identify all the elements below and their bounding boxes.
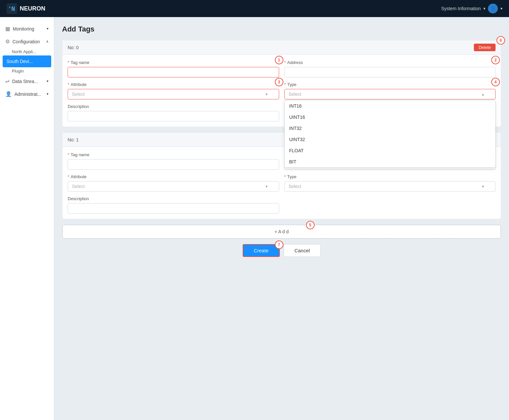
chevron-down-icon: ▾ xyxy=(482,184,484,189)
card1-type-label: *Type xyxy=(284,174,496,179)
system-info-label: System Information xyxy=(441,6,481,11)
card1-attribute-placeholder: Select xyxy=(72,184,85,189)
card0-tagname-label: *Tag name xyxy=(68,60,279,65)
card0-type-select[interactable]: Select ▴ xyxy=(284,89,496,99)
badge-2: 2 xyxy=(491,56,500,64)
card0-address-group: 2 *Address xyxy=(284,60,496,77)
user-chevron-icon: ▾ xyxy=(500,6,502,11)
chevron-down-icon: ▾ xyxy=(47,92,49,96)
badge-6: 6 xyxy=(497,36,505,45)
sidebar-label-administrat: Administrat... xyxy=(14,92,41,97)
sidebar-item-configuration[interactable]: ⚙ Configuration ∧ xyxy=(0,35,54,48)
card1-attribute-group: *Attribute Select ▾ xyxy=(68,174,279,192)
card1-attribute-label: *Attribute xyxy=(68,174,279,179)
chevron-down-icon: ▾ xyxy=(47,79,49,83)
card1-attribute-select-wrapper: Select ▾ xyxy=(68,181,279,192)
card1-description-label: Description xyxy=(68,196,279,201)
create-button[interactable]: 7 Create xyxy=(243,244,280,257)
create-button-label: Create xyxy=(254,248,269,253)
card1-type-group: *Type Select ▾ xyxy=(284,174,496,192)
neuron-logo-icon: 'N xyxy=(7,3,17,14)
card0-address-label: *Address xyxy=(284,60,496,65)
chevron-up-icon: ▴ xyxy=(482,92,484,96)
type-option-uint32[interactable]: UINT32 xyxy=(285,134,496,145)
badge-3: 3 xyxy=(275,78,283,86)
card1-description-group: Description xyxy=(68,196,279,214)
tag-card-0: 6 No: 0 Delete 1 *Tag name xyxy=(62,40,501,127)
card1-tagname-input[interactable] xyxy=(68,159,279,170)
chevron-down-icon: ▾ xyxy=(47,27,49,31)
card0-attribute-label: *Attribute xyxy=(68,82,279,87)
type-dropdown: INT16 UINT16 INT32 UINT32 FLOAT BIT xyxy=(284,100,496,168)
actions-bar: 7 Create Cancel xyxy=(62,244,501,257)
user-avatar[interactable]: 👤 xyxy=(488,4,498,13)
card0-row2: 3 *Attribute Select ▾ xyxy=(68,82,496,99)
brand: 'N NEURON xyxy=(7,3,45,14)
card0-description-group: Description xyxy=(68,104,279,121)
page-title: Add Tags xyxy=(62,25,501,33)
chevron-down-icon: ▾ xyxy=(266,92,268,96)
card1-no-label: No: 1 xyxy=(68,137,78,142)
monitor-icon: ▦ xyxy=(5,26,10,32)
badge-4: 4 xyxy=(491,78,500,86)
card0-description-label: Description xyxy=(68,104,279,109)
card0-no-label: No: 0 xyxy=(68,45,78,50)
navbar-right[interactable]: System Information ▾ 👤 ▾ xyxy=(441,4,502,13)
add-bar: 5 + A d d xyxy=(62,224,501,239)
card0-body: 1 *Tag name 2 *Address xyxy=(62,55,501,127)
card0-attribute-select-wrapper: Select ▾ xyxy=(68,89,279,99)
card0-type-placeholder: Select xyxy=(289,92,301,97)
badge-7: 7 xyxy=(275,241,283,249)
chevron-down-icon: ▾ xyxy=(266,184,268,189)
sidebar-item-plugin[interactable]: Plugin xyxy=(0,67,54,75)
card0-type-label: *Type xyxy=(284,82,496,87)
add-button[interactable]: 5 + A d d xyxy=(62,225,501,239)
type-option-int32[interactable]: INT32 xyxy=(285,123,496,134)
type-option-int16[interactable]: INT16 xyxy=(285,100,496,112)
layout: ▦ Monitoring ▾ ⚙ Configuration ∧ North A… xyxy=(0,0,509,420)
sidebar-item-monitoring[interactable]: ▦ Monitoring ▾ xyxy=(0,22,54,35)
cancel-button[interactable]: Cancel xyxy=(284,244,321,257)
sidebar: ▦ Monitoring ▾ ⚙ Configuration ∧ North A… xyxy=(0,17,54,420)
card0-attribute-placeholder: Select xyxy=(72,92,85,97)
card0-attribute-group: 3 *Attribute Select ▾ xyxy=(68,82,279,99)
type-option-uint16[interactable]: UINT16 xyxy=(285,112,496,123)
sidebar-item-south-devi[interactable]: South Devi... xyxy=(3,55,51,67)
config-icon: ⚙ xyxy=(5,38,10,45)
navbar: 'N NEURON System Information ▾ 👤 ▾ xyxy=(0,0,509,17)
main-content: Add Tags 6 No: 0 Delete 1 *Tag name xyxy=(54,17,509,420)
sidebar-label-north-appli: North Appli... xyxy=(12,49,36,54)
card1-tagname-label: *Tag name xyxy=(68,152,279,157)
card0-attribute-select[interactable]: Select ▾ xyxy=(68,89,279,99)
card0-description-input[interactable] xyxy=(68,111,279,121)
delete-button-0[interactable]: Delete xyxy=(474,44,496,51)
type-option-float[interactable]: FLOAT xyxy=(285,145,496,156)
card1-type-select[interactable]: Select ▾ xyxy=(284,181,496,192)
data-stream-icon: ⇌ xyxy=(5,78,10,84)
card1-type-placeholder: Select xyxy=(289,184,301,189)
card0-header: No: 0 Delete xyxy=(62,40,501,55)
card1-row2: *Attribute Select ▾ *Type xyxy=(68,174,496,192)
sidebar-label-south-devi: South Devi... xyxy=(7,59,33,64)
sidebar-label-plugin: Plugin xyxy=(12,69,24,74)
admin-icon: 👤 xyxy=(5,91,12,97)
sidebar-item-data-stream[interactable]: ⇌ Data Strea... ▾ xyxy=(0,75,54,88)
card0-address-input[interactable] xyxy=(284,67,496,77)
card0-row1: 1 *Tag name 2 *Address xyxy=(68,60,496,77)
sidebar-item-administrat[interactable]: 👤 Administrat... ▾ xyxy=(0,88,54,100)
add-button-label: + A d d xyxy=(275,229,289,234)
brand-label: NEURON xyxy=(20,5,45,12)
sidebar-label-monitoring: Monitoring xyxy=(13,26,34,32)
card1-tagname-group: *Tag name xyxy=(68,152,279,170)
card1-attribute-select[interactable]: Select ▾ xyxy=(68,181,279,192)
sidebar-label-configuration: Configuration xyxy=(12,39,40,44)
badge-5: 5 xyxy=(306,221,315,229)
chevron-up-icon: ∧ xyxy=(46,39,49,44)
card1-description-input[interactable] xyxy=(68,203,279,214)
card0-tagname-input[interactable] xyxy=(68,67,279,77)
card1-type-select-wrapper: Select ▾ xyxy=(284,181,496,192)
badge-1: 1 xyxy=(275,56,283,64)
type-option-bit[interactable]: BIT xyxy=(285,156,496,167)
chevron-down-icon: ▾ xyxy=(483,6,485,11)
sidebar-item-north-appli[interactable]: North Appli... xyxy=(0,48,54,55)
